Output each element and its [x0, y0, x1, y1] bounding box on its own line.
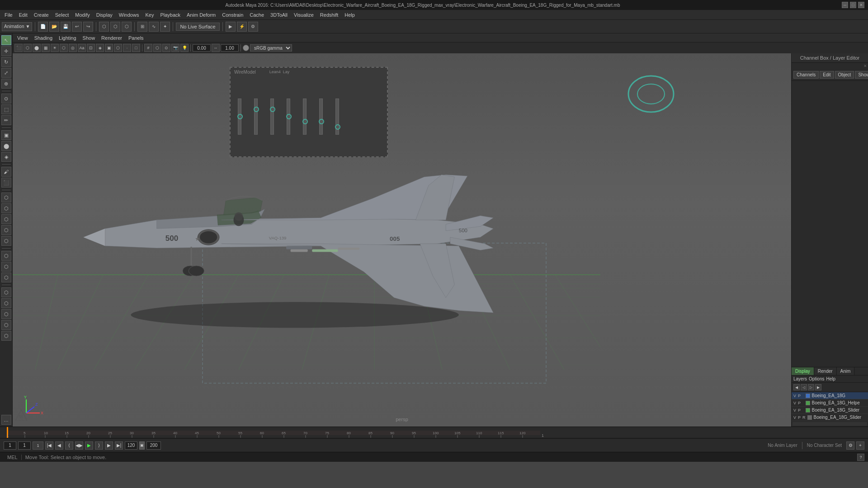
layer-forward-button[interactable]: ▶: [815, 384, 821, 390]
object-tab[interactable]: Object: [835, 71, 854, 79]
universal-manipulator[interactable]: ⊕: [1, 79, 11, 89]
vp-shading-mode[interactable]: ⬛: [14, 44, 23, 52]
menu-visualize[interactable]: Visualize: [291, 11, 316, 19]
render-current[interactable]: ▶: [226, 22, 236, 32]
sculpt-tool[interactable]: 🖌: [1, 167, 11, 177]
slider-track-2[interactable]: [270, 99, 274, 135]
layer-p-3[interactable]: P: [798, 415, 801, 420]
menu-key[interactable]: Key: [142, 11, 156, 19]
redo-button[interactable]: ↪: [83, 22, 93, 32]
menu-constrain[interactable]: Constrain: [219, 11, 246, 19]
misc-tool2[interactable]: ⬡: [1, 298, 11, 308]
create-poly[interactable]: ▣: [1, 130, 11, 140]
menu-cache[interactable]: Cache: [247, 11, 267, 19]
play-button[interactable]: ▶: [85, 441, 93, 450]
no-live-surface-button[interactable]: No Live Surface: [176, 23, 219, 31]
select-by-hierarchy[interactable]: ⬡: [99, 22, 109, 32]
animation-mode-dropdown[interactable]: Animation ▼: [2, 22, 32, 31]
vp-deform[interactable]: ⊙: [162, 44, 170, 52]
vp-textured[interactable]: ▦: [42, 44, 50, 52]
start-frame-input[interactable]: 1: [4, 441, 16, 450]
cluster-tool[interactable]: ⬡: [1, 203, 11, 213]
layer-prev-button[interactable]: ◁: [801, 384, 807, 390]
vp-menu-renderer[interactable]: Renderer: [99, 34, 125, 42]
go-to-end-button[interactable]: ▶|: [115, 441, 123, 450]
layer-p-1[interactable]: P: [798, 401, 801, 405]
slider-handle-1[interactable]: [254, 107, 259, 112]
next-keyframe-button[interactable]: ⟩: [95, 441, 103, 450]
slider-track-1[interactable]: [254, 99, 258, 135]
layer-row-0[interactable]: V P Boeing_EA_18G: [792, 392, 868, 399]
vp-menu-show[interactable]: Show: [80, 34, 98, 42]
layer-v-0[interactable]: V: [793, 394, 796, 398]
move-tool-button[interactable]: ✛: [1, 46, 11, 56]
slider-track-3[interactable]: [287, 99, 290, 135]
render-tab[interactable]: Render: [814, 367, 837, 375]
end-frame-input[interactable]: 120: [125, 441, 137, 450]
layer-v-2[interactable]: V: [793, 408, 796, 413]
scale-tool-button[interactable]: ⤢: [1, 68, 11, 78]
go-to-start-button[interactable]: |◀: [45, 441, 53, 450]
slider-handle-0[interactable]: [237, 114, 243, 119]
vp-camera[interactable]: 📷: [171, 44, 179, 52]
vp-pts[interactable]: ·: [123, 44, 131, 52]
select-tool-button[interactable]: ↖: [1, 35, 11, 45]
step-forward-button[interactable]: ▶: [105, 441, 113, 450]
vp-subdiv[interactable]: ⬡: [114, 44, 122, 52]
new-scene-button[interactable]: 📄: [38, 22, 48, 32]
status-help-button[interactable]: ?: [857, 454, 864, 461]
layer-row-3[interactable]: V P R Boeing_EA_18G_Slider: [792, 414, 868, 421]
vp-hud[interactable]: ⬡: [153, 44, 161, 52]
menu-modify[interactable]: Modify: [72, 11, 92, 19]
layer-next-button[interactable]: ▷: [808, 384, 814, 390]
menu-anim-deform[interactable]: Anim Deform: [184, 11, 218, 19]
near-clip-input[interactable]: 0.00: [193, 44, 211, 52]
help-option[interactable]: Help: [826, 376, 835, 381]
menu-playback[interactable]: Playback: [157, 11, 183, 19]
slider-handle-5[interactable]: [319, 119, 324, 124]
maximize-button[interactable]: □: [850, 2, 856, 8]
nonlinear-tool[interactable]: ⬡: [1, 225, 11, 235]
save-scene-button[interactable]: 💾: [61, 22, 71, 32]
vp-isolate[interactable]: ◈: [96, 44, 104, 52]
slider-handle-6[interactable]: [335, 124, 340, 130]
playback-end-input[interactable]: 200: [146, 441, 161, 450]
paint-weights[interactable]: ⬛: [1, 178, 11, 188]
vp-shaded[interactable]: ⬤: [33, 44, 41, 52]
step-back-button[interactable]: ◀: [55, 441, 63, 450]
create-subdiv[interactable]: ◈: [1, 152, 11, 162]
char-set-extra-button[interactable]: +: [856, 441, 864, 450]
layer-r-3[interactable]: R: [802, 415, 806, 420]
show-tab[interactable]: Show: [855, 71, 868, 79]
layer-v-3[interactable]: V: [793, 415, 796, 420]
layer-back-button[interactable]: ◀: [793, 384, 800, 390]
vp-menu-view[interactable]: View: [14, 34, 31, 42]
vp-menu-lighting[interactable]: Lighting: [56, 34, 79, 42]
layer-p-2[interactable]: P: [798, 408, 801, 413]
misc-tool3[interactable]: ⬡: [1, 309, 11, 319]
play-back-button[interactable]: ◀▶: [75, 441, 83, 450]
snap-point[interactable]: ✦: [160, 22, 170, 32]
vp-ao[interactable]: ◎: [69, 44, 77, 52]
slider-track-5[interactable]: [319, 99, 323, 135]
quick-rig[interactable]: ⬡: [1, 251, 11, 261]
mel-label[interactable]: MEL: [4, 455, 22, 460]
ipr-render[interactable]: ⚡: [237, 22, 247, 32]
select-by-component[interactable]: ⬡: [122, 22, 132, 32]
layer-p-0[interactable]: P: [798, 394, 801, 398]
vp-bb[interactable]: □: [132, 44, 140, 52]
layer-row-1[interactable]: V P Boeing_EA_18G_Helpe: [792, 399, 868, 407]
more-tools[interactable]: …: [1, 415, 11, 425]
panel-collapse-button[interactable]: ✕: [863, 64, 867, 68]
menu-file[interactable]: File: [2, 11, 15, 19]
close-button[interactable]: ✕: [858, 2, 864, 8]
paint-select[interactable]: ✏: [1, 115, 11, 125]
edit-tab[interactable]: Edit: [820, 71, 834, 79]
layer-color-0[interactable]: [806, 394, 810, 398]
layer-color-3[interactable]: [807, 415, 812, 420]
misc-tool5[interactable]: ⬡: [1, 331, 11, 341]
lattice-tool[interactable]: ⬡: [1, 214, 11, 224]
vp-lighting[interactable]: ☀: [51, 44, 59, 52]
menu-3dtoall[interactable]: 3DToAll: [268, 11, 290, 19]
render-settings[interactable]: ⚙: [248, 22, 258, 32]
